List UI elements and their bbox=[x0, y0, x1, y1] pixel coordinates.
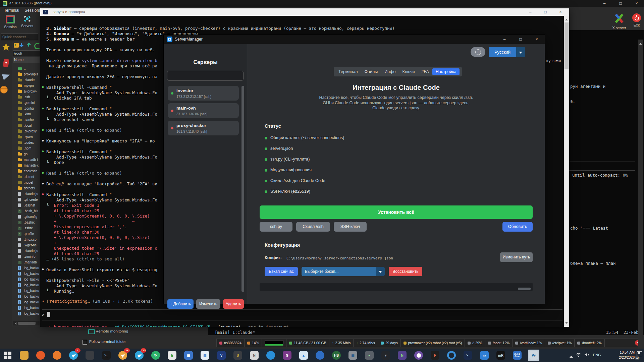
servermanager-close-button[interactable]: × bbox=[531, 36, 542, 43]
install-component-button[interactable]: ssh.py bbox=[260, 222, 292, 232]
upload-icon[interactable] bbox=[28, 43, 29, 47]
scroll-down-icon[interactable] bbox=[565, 322, 568, 325]
taskbar-photos[interactable]: ▲ bbox=[298, 350, 309, 361]
sftp-name-column-header[interactable]: Name bbox=[13, 57, 40, 63]
taskbar-journal-app[interactable]: ▥ bbox=[199, 350, 211, 361]
restore-button[interactable]: Восстановить bbox=[389, 267, 422, 276]
install-component-button[interactable]: Скилл /ssh bbox=[296, 222, 330, 232]
tab-файлы[interactable]: Файлы bbox=[361, 68, 381, 75]
tab-терминал[interactable]: Терминал bbox=[335, 68, 361, 75]
taskbar-app-ring[interactable] bbox=[446, 350, 457, 361]
folder-up-icon[interactable] bbox=[14, 43, 19, 48]
taskbar-neovim[interactable]: N bbox=[396, 350, 408, 361]
tray-chevron-up-icon[interactable] bbox=[570, 354, 573, 358]
tools-knife-icon[interactable] bbox=[3, 59, 9, 67]
server-list-scrollbar[interactable] bbox=[241, 86, 244, 292]
refresh-icon[interactable] bbox=[34, 43, 41, 49]
toolbar-session-button[interactable]: Session bbox=[3, 15, 18, 36]
taskbar-app-v[interactable]: V bbox=[216, 350, 227, 361]
refresh-button[interactable]: Обновить bbox=[502, 222, 533, 232]
servermanager-minimize-button[interactable]: – bbox=[499, 36, 510, 43]
tray-clock[interactable]: 10:54 AM 2/23/2026 bbox=[604, 350, 635, 360]
taskbar-sync-app[interactable]: ↻ bbox=[150, 350, 161, 361]
terminal-minimize-button[interactable]: – bbox=[525, 9, 536, 15]
add-server-button[interactable]: + Добавить bbox=[167, 299, 194, 309]
speaker-icon[interactable] bbox=[584, 352, 590, 357]
web-globe-icon[interactable] bbox=[0, 86, 8, 94]
sftp-path-field[interactable]: /root/ bbox=[13, 50, 41, 56]
terminal-scrollbar[interactable] bbox=[564, 16, 569, 327]
toolbar-servers-button[interactable]: Servers bbox=[19, 15, 35, 36]
download-icon[interactable] bbox=[21, 43, 22, 47]
taskbar-file-explorer[interactable] bbox=[18, 350, 30, 361]
tab-2fa[interactable]: 2FA bbox=[418, 68, 432, 75]
favorites-star-icon[interactable] bbox=[2, 43, 10, 51]
taskbar-app-g[interactable]: G bbox=[281, 350, 293, 361]
install-component-button[interactable]: SSH-ключ bbox=[334, 222, 367, 232]
scrollbar-thumb[interactable] bbox=[18, 322, 36, 325]
taskbar-calculator[interactable]: ▦ bbox=[183, 350, 194, 361]
change-path-button[interactable]: Изменить путь bbox=[500, 252, 533, 262]
taskbar-powershell[interactable]: >_ bbox=[462, 350, 474, 361]
info-button[interactable]: i bbox=[471, 47, 485, 57]
terminal-maximize-button[interactable]: □ bbox=[540, 9, 551, 15]
taskbar-spyder-python[interactable]: Py bbox=[528, 350, 539, 361]
menu-sessions[interactable]: Sessions bbox=[23, 7, 42, 14]
menu-terminal[interactable]: Terminal bbox=[3, 7, 20, 14]
scrollbar-thumb[interactable] bbox=[565, 22, 569, 69]
edit-server-button[interactable]: Изменить bbox=[196, 299, 220, 309]
taskbar-telegram-workspace[interactable]: 26 bbox=[117, 350, 128, 361]
log-scrollbar-thumb[interactable] bbox=[518, 288, 531, 290]
server-search-input[interactable] bbox=[167, 71, 244, 81]
mobaxterm-maximize-button[interactable]: □ bbox=[615, 1, 626, 6]
terminal-close-button[interactable]: × bbox=[555, 9, 566, 15]
taskbar-telegram-alt[interactable]: 715 bbox=[133, 350, 145, 361]
taskbar-system-monitor[interactable]: ~ bbox=[364, 350, 375, 361]
scroll-left-icon[interactable] bbox=[13, 322, 16, 325]
quick-connect-input[interactable] bbox=[1, 34, 38, 40]
servermanager-maximize-button[interactable]: □ bbox=[515, 36, 526, 43]
tab-настройка[interactable]: Настройка bbox=[432, 68, 460, 75]
scroll-up-icon[interactable] bbox=[565, 17, 568, 20]
taskbar-quick-utmo[interactable]: Quick utmo bbox=[512, 350, 523, 361]
taskbar-text-editor[interactable]: E bbox=[166, 350, 178, 361]
taskbar-app-hs[interactable]: HS bbox=[331, 350, 342, 361]
taskbar-brave-browser[interactable] bbox=[35, 350, 46, 361]
background-terminal-scrollbar[interactable] bbox=[638, 40, 643, 359]
taskbar-command-prompt[interactable]: >_ bbox=[101, 350, 112, 361]
taskbar-app-blue[interactable] bbox=[314, 350, 326, 361]
tab-ключи[interactable]: Ключи bbox=[399, 68, 418, 75]
taskbar-app-funnel[interactable]: ▼ bbox=[380, 350, 391, 361]
sftp-horizontal-scrollbar[interactable] bbox=[13, 321, 40, 325]
taskbar-mobaxterm[interactable]: ▣ bbox=[347, 350, 359, 361]
backup-select-dropdown[interactable]: Выберите бэкап... bbox=[302, 267, 385, 276]
taskbar-github-desktop[interactable] bbox=[413, 350, 424, 361]
mobaxterm-close-button[interactable]: × bbox=[632, 1, 642, 6]
delete-server-button[interactable]: Удалить bbox=[223, 299, 244, 309]
taskbar-notepad[interactable]: N bbox=[249, 350, 260, 361]
taskbar-telegram[interactable]: 2 bbox=[68, 350, 79, 361]
tab-инфо[interactable]: Инфо bbox=[381, 68, 399, 75]
taskbar-app-mr[interactable]: mR bbox=[495, 350, 506, 361]
taskbar-app-blue-bird[interactable] bbox=[265, 350, 276, 361]
install-all-button[interactable]: Установить всё bbox=[260, 205, 533, 219]
mobaxterm-minimize-button[interactable]: – bbox=[599, 1, 609, 6]
taskbar-remote-desktop[interactable]: ▭ bbox=[479, 350, 490, 361]
send-plane-icon[interactable] bbox=[2, 72, 11, 80]
start-button[interactable] bbox=[4, 352, 11, 359]
x-server-button[interactable]: X server bbox=[610, 13, 629, 30]
server-item-proxy-checker[interactable]: proxy-checker161.97.118.40 [ssh] bbox=[168, 121, 239, 135]
exit-button[interactable]: Exit bbox=[629, 13, 644, 27]
scroll-up-icon[interactable] bbox=[639, 42, 642, 45]
wifi-icon[interactable] bbox=[576, 352, 582, 357]
taskbar-app-dark-figure[interactable] bbox=[84, 350, 96, 361]
taskbar-user-accounts[interactable]: U bbox=[232, 350, 244, 361]
language-dropdown[interactable]: Русский bbox=[489, 47, 525, 57]
checkbox-icon[interactable] bbox=[83, 340, 87, 345]
server-item-main-ovh[interactable]: main-ovh37.187.136.86 [ssh] bbox=[168, 103, 239, 118]
language-indicator[interactable]: ENG bbox=[593, 353, 601, 357]
taskbar-firefox-browser[interactable] bbox=[51, 350, 63, 361]
backup-now-button[interactable]: Бэкап сейчас bbox=[265, 267, 298, 276]
taskbar-figma[interactable]: F bbox=[429, 350, 441, 361]
server-item-investor[interactable]: investor173.212.212.157 [ssh] bbox=[168, 86, 239, 101]
